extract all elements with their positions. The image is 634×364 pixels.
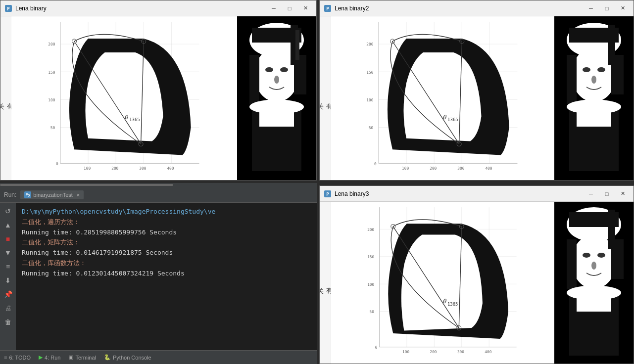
svg-point-120 xyxy=(583,253,590,258)
trash-btn[interactable]: 🗑 xyxy=(1,316,14,328)
title-text-win1: Lena binary xyxy=(15,5,267,12)
svg-text:100: 100 xyxy=(402,350,409,354)
menu-btn[interactable]: ≡ xyxy=(1,260,14,273)
svg-point-121 xyxy=(597,253,605,258)
window-controls-win2: ─ □ ✕ xyxy=(584,3,630,14)
plot-area-win2: θ 1365 0 100 200 300 400 50 100 150 200 xyxy=(331,16,554,180)
svg-text:1365: 1365 xyxy=(447,302,458,307)
window-lena-binary2: P Lena binary2 ─ □ ✕ 颜色有关测试 xyxy=(319,0,634,181)
status-run[interactable]: ▶ 4: Run xyxy=(39,354,60,361)
todo-label: 6: TODO xyxy=(9,355,31,361)
svg-text:100: 100 xyxy=(402,166,409,171)
run-status-label: 4: Run xyxy=(45,355,60,361)
svg-text:P: P xyxy=(7,6,10,11)
image-panel-win2: 颜色有关测试 xyxy=(320,16,634,180)
svg-text:200: 200 xyxy=(430,350,437,354)
plot-area-win3: θ 1365 0 100 200 300 400 50 100 150 200 xyxy=(331,202,554,364)
svg-rect-33 xyxy=(249,55,259,104)
image-panel-win3: 颜色有关测试 xyxy=(320,202,634,364)
console-path: D:\my\myPython\opencvstudy\ImageProcessi… xyxy=(22,208,215,215)
maximize-btn-win3[interactable]: □ xyxy=(600,188,614,199)
svg-point-80 xyxy=(591,76,596,84)
close-btn-win1[interactable]: ✕ xyxy=(298,3,312,14)
svg-text:200: 200 xyxy=(430,166,437,171)
pin-btn[interactable]: 📌 xyxy=(1,288,14,301)
svg-rect-84 xyxy=(608,25,615,65)
chinese-label-win2: 颜色有关测试 xyxy=(320,16,331,180)
scroll-up-btn[interactable]: ▲ xyxy=(1,219,14,231)
svg-rect-118 xyxy=(567,239,577,289)
svg-text:200: 200 xyxy=(111,166,118,171)
tab-name: binaryzationTest xyxy=(33,192,73,198)
svg-text:150: 150 xyxy=(367,255,374,259)
svg-text:1365: 1365 xyxy=(447,117,458,122)
svg-text:300: 300 xyxy=(139,166,146,171)
ide-panel: Run: Py binaryzationTest × ↺ ▲ ■ ▼ ≡ ⬇ 📌… xyxy=(0,183,317,364)
maximize-btn-win1[interactable]: □ xyxy=(283,3,296,14)
rerun-btn[interactable]: ↺ xyxy=(1,205,14,218)
console-line-4: 二值化，矩阵方法： xyxy=(22,237,311,248)
title-text-win2: Lena binary2 xyxy=(335,5,584,12)
svg-text:0: 0 xyxy=(56,162,58,166)
minimize-btn-win1[interactable]: ─ xyxy=(267,3,281,14)
console-line-3: Running time: 0.2851998805999756 Seconds xyxy=(22,228,311,238)
svg-rect-40 xyxy=(259,112,294,127)
run-icon: ▶ xyxy=(39,354,43,361)
svg-point-122 xyxy=(591,262,596,270)
svg-text:100: 100 xyxy=(84,166,91,171)
python-console-icon: 🐍 xyxy=(104,354,111,361)
status-python-console[interactable]: 🐍 Python Console xyxy=(104,354,151,361)
svg-rect-42 xyxy=(295,30,299,60)
svg-point-37 xyxy=(274,76,279,84)
close-btn-win3[interactable]: ✕ xyxy=(616,188,630,199)
svg-text:200: 200 xyxy=(366,42,373,46)
python-icon: Py xyxy=(24,191,31,198)
svg-point-35 xyxy=(265,67,273,72)
svg-text:0: 0 xyxy=(375,345,378,350)
svg-text:0: 0 xyxy=(374,162,377,166)
print-btn[interactable]: 🖨 xyxy=(1,302,14,315)
lena-svg-win1 xyxy=(237,16,316,180)
console-label-2: 二值化，矩阵方法： xyxy=(22,238,80,246)
svg-text:400: 400 xyxy=(167,166,174,171)
run-tab[interactable]: Py binaryzationTest × xyxy=(20,190,84,199)
svg-text:300: 300 xyxy=(457,350,464,354)
svg-text:400: 400 xyxy=(485,350,491,354)
minimize-btn-win2[interactable]: ─ xyxy=(584,3,598,14)
status-terminal[interactable]: ▣ Terminal xyxy=(68,354,96,361)
plot-area-win1: θ 1365 0 100 200 300 400 50 100 150 200 xyxy=(11,16,237,180)
tab-close[interactable]: × xyxy=(77,192,80,198)
minimize-btn-win3[interactable]: ─ xyxy=(584,188,598,199)
svg-rect-83 xyxy=(577,112,611,127)
svg-point-36 xyxy=(280,67,288,72)
todo-icon: ≡ xyxy=(4,355,7,361)
close-btn-win2[interactable]: ✕ xyxy=(616,3,630,14)
run-bar: Run: Py binaryzationTest × xyxy=(0,187,317,203)
download-btn[interactable]: ⬇ xyxy=(1,274,14,287)
chinese-label-win1: 颜色有关测试 xyxy=(0,16,11,180)
lena-svg-win3 xyxy=(554,202,634,364)
run-label: Run: xyxy=(4,191,16,198)
stop-btn[interactable]: ■ xyxy=(1,232,14,245)
chart-svg-win3: θ 1365 0 100 200 300 400 50 100 150 200 xyxy=(331,202,554,364)
svg-text:200: 200 xyxy=(367,228,374,232)
scroll-down-btn[interactable]: ▼ xyxy=(1,246,14,259)
console-line-6: 二值化，库函数方法： xyxy=(22,258,311,269)
chinese-label-win3: 颜色有关测试 xyxy=(320,202,331,364)
scrollbar-thumb[interactable] xyxy=(0,184,173,186)
titlebar-win2: P Lena binary2 ─ □ ✕ xyxy=(320,0,634,16)
maximize-btn-win2[interactable]: □ xyxy=(600,3,614,14)
chart-svg-win1: θ 1365 0 100 200 300 400 50 100 150 200 xyxy=(11,16,237,180)
status-todo[interactable]: ≡ 6: TODO xyxy=(4,355,31,361)
lena-svg-win2 xyxy=(554,16,634,180)
python-console-label: Python Console xyxy=(113,355,151,361)
svg-text:100: 100 xyxy=(366,98,373,102)
console-time-3: Running time: 0.012301445007324219 Secon… xyxy=(22,270,185,277)
svg-text:50: 50 xyxy=(50,126,55,130)
console-time-2: Running time: 0.014617919921875 Seconds xyxy=(22,249,173,256)
titlebar-win3: P Lena binary3 ─ □ ✕ xyxy=(320,186,634,202)
photo-area-win1 xyxy=(237,16,316,180)
svg-text:400: 400 xyxy=(485,166,492,171)
title-text-win3: Lena binary3 xyxy=(335,190,584,197)
console-area: D:\my\myPython\opencvstudy\ImageProcessi… xyxy=(16,203,317,350)
